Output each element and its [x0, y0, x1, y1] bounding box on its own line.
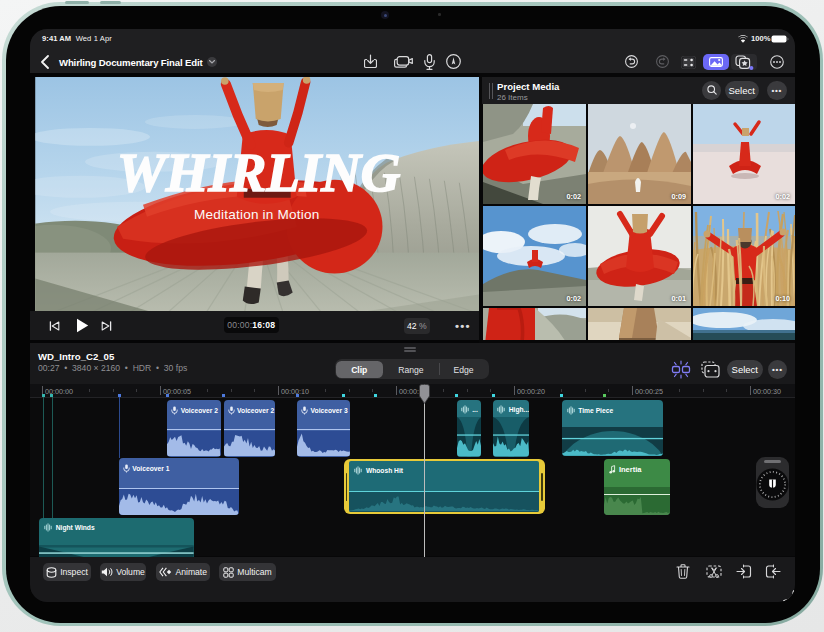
svg-text:Meditation in Motion: Meditation in Motion: [194, 206, 319, 221]
svg-text:WHIRLING: WHIRLING: [117, 143, 400, 203]
